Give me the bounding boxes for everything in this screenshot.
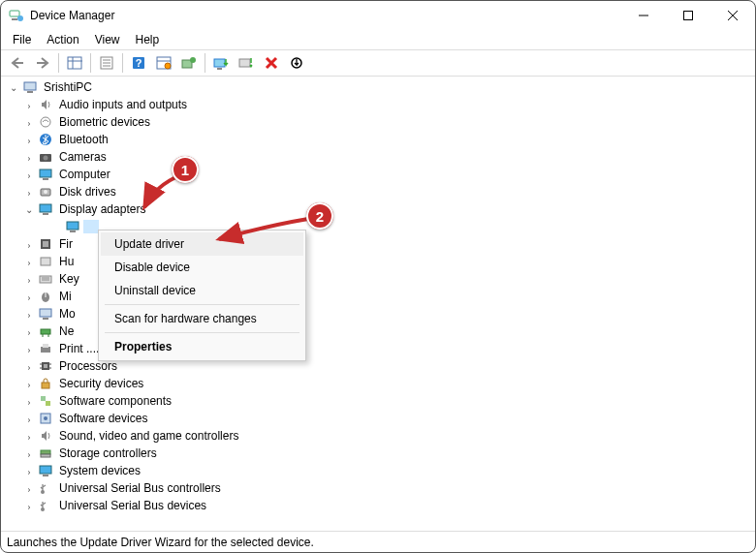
keyboard-icon bbox=[38, 271, 53, 287]
expand-icon[interactable]: › bbox=[22, 133, 36, 146]
menu-file[interactable]: File bbox=[5, 31, 39, 48]
svg-rect-0 bbox=[10, 11, 19, 16]
menu-help[interactable]: Help bbox=[128, 31, 168, 48]
expand-icon[interactable]: › bbox=[22, 464, 36, 477]
tree-item-sw-devices[interactable]: ›Software devices bbox=[5, 410, 755, 427]
help-button[interactable]: ? bbox=[127, 51, 150, 75]
svg-rect-43 bbox=[41, 258, 50, 265]
tree-item-label: Computer bbox=[56, 168, 113, 181]
show-hide-tree-button[interactable] bbox=[63, 51, 86, 75]
expand-icon[interactable]: › bbox=[22, 481, 36, 495]
tree-item-sound[interactable]: ›Sound, video and game controllers bbox=[5, 427, 755, 445]
ctx-properties[interactable]: Properties bbox=[101, 335, 303, 358]
expand-icon[interactable]: › bbox=[22, 307, 36, 321]
expand-icon[interactable]: › bbox=[22, 150, 36, 164]
tree-item-audio[interactable]: ›Audio inputs and outputs bbox=[5, 96, 755, 113]
expand-icon[interactable]: ⌄ bbox=[7, 80, 20, 94]
biometric-icon bbox=[38, 114, 53, 130]
expand-icon[interactable]: › bbox=[22, 255, 36, 268]
tree-root-label: SrishtiPC bbox=[41, 80, 95, 94]
tree-item-security[interactable]: ›Security devices bbox=[5, 375, 755, 392]
tree-item-label: Processors bbox=[56, 359, 120, 373]
storage-icon bbox=[38, 445, 53, 461]
tree-item-usb-devices[interactable]: ›Universal Serial Bus devices bbox=[5, 497, 755, 514]
computer-icon bbox=[38, 167, 53, 182]
tree-item-label: Hu bbox=[56, 255, 77, 268]
forward-button[interactable] bbox=[31, 51, 54, 75]
toolbar: ? bbox=[1, 49, 755, 77]
scan-hardware-button[interactable] bbox=[152, 51, 175, 75]
power-cycle-button[interactable] bbox=[285, 51, 308, 75]
ctx-update-driver[interactable]: Update driver bbox=[101, 232, 303, 256]
expand-icon[interactable]: › bbox=[22, 272, 36, 286]
expand-icon[interactable]: › bbox=[22, 499, 36, 512]
usb-icon bbox=[38, 498, 53, 513]
svg-rect-70 bbox=[43, 475, 48, 476]
ctx-uninstall-device[interactable]: Uninstall device bbox=[101, 279, 303, 302]
disable-device-button[interactable] bbox=[235, 51, 258, 75]
menu-view[interactable]: View bbox=[87, 31, 128, 48]
tree-item-label: Disk drives bbox=[56, 185, 119, 199]
expand-icon[interactable]: › bbox=[22, 98, 36, 111]
back-button[interactable] bbox=[6, 51, 29, 75]
tree-item-computer[interactable]: ›Computer bbox=[5, 166, 755, 183]
disk-icon bbox=[38, 184, 53, 200]
tree-item-system[interactable]: ›System devices bbox=[5, 462, 755, 479]
expand-icon[interactable]: › bbox=[22, 324, 36, 338]
svg-point-66 bbox=[44, 416, 47, 420]
annotation-badge-2: 2 bbox=[306, 202, 333, 230]
expand-icon[interactable]: › bbox=[22, 168, 36, 181]
expand-icon[interactable]: › bbox=[22, 429, 36, 443]
toolbar-separator bbox=[122, 53, 123, 73]
expand-icon[interactable]: › bbox=[22, 359, 36, 373]
security-icon bbox=[38, 376, 53, 391]
tree-item-cameras[interactable]: ›Cameras bbox=[5, 148, 755, 166]
svg-rect-57 bbox=[44, 364, 47, 368]
close-button[interactable] bbox=[710, 1, 755, 30]
maximize-button[interactable] bbox=[666, 1, 710, 30]
tree-root[interactable]: ⌄ SrishtiPC bbox=[5, 78, 755, 96]
expand-icon[interactable]: › bbox=[22, 185, 36, 199]
expand-icon[interactable]: › bbox=[22, 394, 36, 408]
tree-item-label: Security devices bbox=[56, 377, 146, 390]
expand-icon[interactable]: › bbox=[22, 237, 36, 251]
status-bar: Launches the Update Driver Wizard for th… bbox=[1, 531, 755, 552]
tree-item-usb-controllers[interactable]: ›Universal Serial Bus controllers bbox=[5, 479, 755, 497]
svg-point-36 bbox=[44, 190, 47, 194]
add-legacy-button[interactable] bbox=[177, 51, 201, 75]
collapse-icon[interactable]: ⌄ bbox=[22, 202, 36, 216]
tree-item-disk[interactable]: ›Disk drives bbox=[5, 183, 755, 200]
svg-rect-62 bbox=[42, 383, 49, 388]
tree-item-label: Ne bbox=[56, 324, 77, 338]
ctx-disable-device[interactable]: Disable device bbox=[101, 256, 303, 279]
uninstall-device-button[interactable] bbox=[260, 51, 283, 75]
ctx-scan-hardware[interactable]: Scan for hardware changes bbox=[101, 307, 303, 330]
computer-icon bbox=[22, 79, 38, 95]
tree-item-label: Sound, video and game controllers bbox=[56, 429, 241, 443]
ctx-separator bbox=[105, 304, 299, 305]
tree-item-storage[interactable]: ›Storage controllers bbox=[5, 445, 755, 462]
svg-rect-40 bbox=[70, 230, 76, 232]
ctx-separator bbox=[105, 332, 299, 333]
tree-item-label: Bluetooth bbox=[56, 133, 111, 146]
system-icon bbox=[38, 463, 53, 478]
menu-action[interactable]: Action bbox=[39, 31, 86, 48]
minimize-button[interactable] bbox=[621, 1, 666, 30]
expand-icon[interactable]: › bbox=[22, 290, 36, 303]
tree-item-label: Mo bbox=[56, 307, 79, 321]
expand-icon[interactable]: › bbox=[22, 412, 36, 425]
tree-item-label: Software components bbox=[56, 394, 174, 408]
expand-icon[interactable]: › bbox=[22, 446, 36, 460]
audio-icon bbox=[38, 97, 53, 112]
svg-point-32 bbox=[44, 156, 48, 161]
expand-icon[interactable]: › bbox=[22, 342, 36, 355]
expand-icon[interactable]: › bbox=[22, 115, 36, 129]
update-driver-button[interactable] bbox=[209, 51, 233, 75]
expand-icon[interactable]: › bbox=[22, 377, 36, 390]
tree-item-display-adapters[interactable]: ⌄Display adapters bbox=[5, 200, 755, 218]
tree-item-bluetooth[interactable]: ›Bluetooth bbox=[5, 131, 755, 148]
display-adapter-icon bbox=[38, 201, 53, 217]
tree-item-sw-components[interactable]: ›Software components bbox=[5, 392, 755, 410]
properties-button[interactable] bbox=[95, 51, 118, 75]
tree-item-biometric[interactable]: ›Biometric devices bbox=[5, 113, 755, 131]
